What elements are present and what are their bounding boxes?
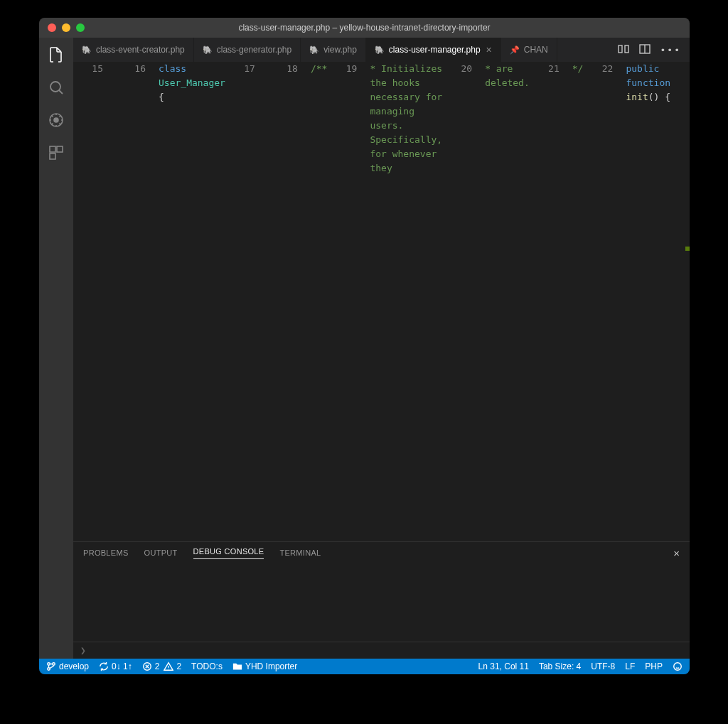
code-line[interactable]: 22 public function init() { <box>583 62 670 76</box>
status-warnings[interactable]: 2 <box>164 661 181 671</box>
code-line[interactable]: 15 <box>73 62 116 76</box>
code-content[interactable]: /** <box>311 62 327 76</box>
code-content[interactable]: * are deleted. <box>485 62 530 76</box>
minimap[interactable] <box>684 62 690 541</box>
svg-rect-6 <box>619 45 622 53</box>
status-todos[interactable]: TODO:s <box>191 661 223 671</box>
svg-rect-7 <box>625 45 628 53</box>
panel-tab-debug-console[interactable]: DEBUG CONSOLE <box>193 547 264 559</box>
tab-view[interactable]: 🐘view.php <box>301 38 366 62</box>
svg-rect-3 <box>50 146 55 152</box>
window: class-user-manager.php – yellow-house-in… <box>39 18 690 674</box>
svg-rect-5 <box>50 153 55 159</box>
panel-tab-terminal[interactable]: TERMINAL <box>279 549 321 557</box>
status-feedback-icon[interactable] <box>673 661 682 671</box>
window-title: class-user-manager.php – yellow-house-in… <box>39 23 690 33</box>
code-line[interactable]: 17 <box>225 62 268 76</box>
status-language[interactable]: PHP <box>645 661 663 671</box>
status-eol[interactable]: LF <box>625 661 635 671</box>
split-editor-icon[interactable] <box>639 43 651 57</box>
code-line[interactable]: 18 /** <box>268 62 327 76</box>
line-number[interactable]: 20 <box>442 62 485 76</box>
code-line[interactable]: 19 * Initializes the hooks necessary for… <box>327 62 442 76</box>
tab-chan[interactable]: 📌CHAN <box>501 38 557 62</box>
titlebar[interactable]: class-user-manager.php – yellow-house-in… <box>39 18 690 38</box>
panel-tab-output[interactable]: OUTPUT <box>144 549 178 557</box>
php-file-icon: 🐘 <box>309 45 319 55</box>
tab-class-event-creator[interactable]: 🐘class-event-creator.php <box>73 38 194 62</box>
line-number[interactable]: 22 <box>583 62 626 76</box>
status-branch[interactable]: develop <box>46 661 89 671</box>
status-sync[interactable]: 0↓ 1↑ <box>99 661 132 671</box>
code-line[interactable]: 23 <box>670 62 690 76</box>
code-editor[interactable]: 1516class User_Manager {1718 /**19 * Ini… <box>73 62 690 541</box>
tab-class-user-manager[interactable]: 🐘class-user-manager.php× <box>366 38 501 62</box>
svg-point-13 <box>674 663 682 671</box>
code-line[interactable]: 16class User_Manager { <box>116 62 225 76</box>
status-tab-size[interactable]: Tab Size: 4 <box>539 661 581 671</box>
bottom-panel: PROBLEMS OUTPUT DEBUG CONSOLE TERMINAL ×… <box>73 541 690 659</box>
more-icon[interactable]: ••• <box>660 45 681 55</box>
code-content[interactable]: * Initializes the hooks necessary for ma… <box>370 62 442 76</box>
svg-point-9 <box>48 663 50 666</box>
debug-icon[interactable] <box>46 110 66 130</box>
svg-point-2 <box>54 118 58 122</box>
line-number[interactable]: 16 <box>116 62 159 76</box>
svg-point-0 <box>50 82 60 92</box>
code-content[interactable]: public function init() { <box>626 62 670 76</box>
compare-icon[interactable] <box>618 43 629 57</box>
debug-console-input[interactable]: ❯ <box>73 642 690 659</box>
line-number[interactable]: 15 <box>73 62 116 76</box>
explorer-icon[interactable] <box>46 45 66 65</box>
php-file-icon: 🐘 <box>375 45 385 55</box>
search-icon[interactable] <box>46 77 66 97</box>
pin-icon: 📌 <box>510 45 520 55</box>
panel-body[interactable] <box>73 563 690 642</box>
tab-bar: 🐘class-event-creator.php 🐘class-generato… <box>73 38 690 62</box>
code-line[interactable]: 20 * are deleted. <box>442 62 530 76</box>
status-bar: develop 0↓ 1↑ 2 2 TODO:s YHD Importer Ln… <box>39 659 690 674</box>
line-number[interactable]: 18 <box>268 62 311 76</box>
code-content[interactable]: */ <box>572 62 584 76</box>
svg-point-11 <box>53 663 55 666</box>
code-line[interactable]: 21 */ <box>530 62 584 76</box>
code-content[interactable]: class User_Manager { <box>159 62 225 76</box>
svg-rect-4 <box>57 146 63 152</box>
status-encoding[interactable]: UTF-8 <box>591 661 615 671</box>
status-folder[interactable]: YHD Importer <box>232 661 297 671</box>
status-errors[interactable]: 2 <box>142 661 160 671</box>
tab-class-generator[interactable]: 🐘class-generator.php <box>194 38 301 62</box>
line-number[interactable]: 23 <box>670 62 690 76</box>
php-file-icon: 🐘 <box>82 45 92 55</box>
line-number[interactable]: 21 <box>530 62 572 76</box>
close-tab-icon[interactable]: × <box>486 44 492 55</box>
extensions-icon[interactable] <box>46 143 66 163</box>
status-cursor-position[interactable]: Ln 31, Col 11 <box>478 661 529 671</box>
line-number[interactable]: 17 <box>225 62 268 76</box>
php-file-icon: 🐘 <box>203 45 213 55</box>
close-panel-icon[interactable]: × <box>673 547 680 559</box>
activity-bar <box>39 38 73 659</box>
panel-tab-problems[interactable]: PROBLEMS <box>83 549 129 557</box>
line-number[interactable]: 19 <box>327 62 370 76</box>
